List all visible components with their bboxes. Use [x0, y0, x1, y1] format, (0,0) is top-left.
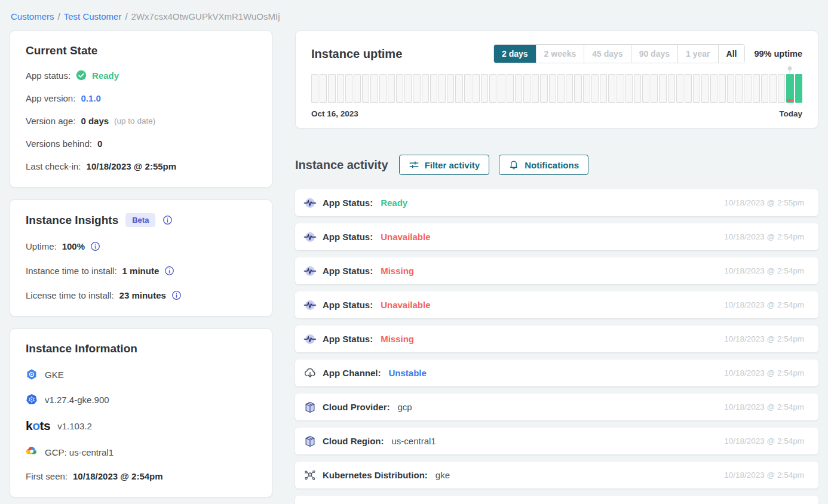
- hover-marker-dot: [787, 66, 792, 70]
- uptime-bar-up-with-downtime: [786, 74, 793, 103]
- filter-activity-button[interactable]: Filter activity: [399, 155, 490, 175]
- gke-icon: [26, 368, 38, 380]
- kubernetes-distribution-icon: [303, 469, 317, 482]
- license-tti-label: License time to install:: [26, 290, 114, 300]
- range-button-45-days[interactable]: 45 days: [584, 45, 630, 63]
- range-button-1-year[interactable]: 1 year: [677, 45, 717, 63]
- activity-row: App Channel:Unstable10/18/2023 @ 2:54pm: [295, 359, 818, 386]
- check-circle-icon: [76, 70, 87, 81]
- activity-row: App Status:Ready10/18/2023 @ 2:55pm: [295, 189, 818, 216]
- breadcrumb-customer-link[interactable]: Test Customer: [64, 11, 122, 21]
- version-age-row: Version age: 0 days (up to date): [26, 116, 256, 126]
- uptime-bar-no-data: [455, 74, 462, 103]
- uptime-range-group: 2 days 2 weeks 45 days 90 days 1 year Al…: [493, 44, 745, 63]
- kots-version-text: v1.103.2: [57, 421, 92, 431]
- versions-behind-label: Versions behind:: [26, 139, 92, 149]
- range-button-90-days[interactable]: 90 days: [631, 45, 677, 63]
- activity-value: Unavailable: [381, 300, 430, 310]
- info-icon[interactable]: [171, 290, 182, 300]
- uptime-bar-no-data: [693, 74, 700, 103]
- current-state-card: Current State App status: Ready App vers…: [10, 30, 272, 188]
- kots-version-item: kots v1.103.2: [26, 419, 256, 433]
- range-button-2-weeks[interactable]: 2 weeks: [536, 45, 584, 63]
- activity-row: App Status:Unavailable10/18/2023 @ 2:54p…: [295, 291, 818, 318]
- instance-uptime-title: Instance uptime: [311, 47, 493, 61]
- info-icon[interactable]: [164, 266, 174, 276]
- activity-row: App Status:Missing10/18/2023 @ 2:54pm: [295, 257, 818, 284]
- uptime-bar-no-data: [600, 74, 607, 103]
- uptime-bar-no-data: [583, 74, 590, 103]
- range-button-all[interactable]: All: [718, 45, 745, 63]
- activity-label: App Status:: [323, 198, 373, 208]
- app-version-link[interactable]: 0.1.0: [81, 93, 100, 103]
- activity-label: Cloud Provider:: [323, 402, 390, 412]
- last-checkin-row: Last check-in: 10/18/2023 @ 2:55pm: [26, 161, 256, 171]
- instance-insights-card: Instance Insights Beta Uptime: 100% Inst…: [10, 199, 272, 316]
- uptime-bar-no-data: [523, 74, 530, 103]
- distribution-item: GKE: [26, 368, 256, 380]
- instance-activity-header: Instance activity Filter activity Notifi…: [295, 155, 818, 175]
- uptime-bar-no-data: [591, 74, 599, 103]
- downtime-segment: [787, 99, 793, 102]
- uptime-bar-no-data: [769, 74, 777, 103]
- first-seen-label: First seen:: [26, 471, 68, 481]
- uptime-label: Uptime:: [26, 241, 57, 251]
- uptime-bar-no-data: [761, 74, 768, 103]
- uptime-bar-no-data: [473, 74, 480, 103]
- activity-row: App Status:Missing10/18/2023 @ 2:54pm: [295, 325, 818, 352]
- license-tti-row: License time to install: 23 minutes: [26, 290, 256, 300]
- uptime-bar-no-data: [489, 74, 496, 103]
- uptime-bar-no-data: [320, 74, 327, 103]
- version-age-value: 0 days: [81, 116, 109, 126]
- instance-activity-title: Instance activity: [295, 158, 388, 172]
- instance-tti-label: Instance time to install:: [26, 266, 117, 276]
- uptime-bar-no-data: [778, 74, 785, 103]
- info-icon[interactable]: [162, 215, 173, 225]
- uptime-bar-no-data: [744, 74, 751, 103]
- uptime-bar-no-data: [753, 74, 760, 103]
- uptime-bar-no-data: [413, 74, 420, 103]
- activity-label: Kubernetes Distribution:: [323, 470, 428, 480]
- bell-icon: [508, 159, 519, 170]
- activity-timestamp: 10/18/2023 @ 2:54pm: [724, 437, 804, 445]
- uptime-bar-no-data: [498, 74, 505, 103]
- cloud-region-text: GCP: us-central1: [45, 447, 114, 457]
- cloud-region-item: GCP: us-central1: [26, 446, 256, 458]
- info-icon[interactable]: [90, 241, 100, 251]
- uptime-bar-no-data: [701, 74, 709, 103]
- uptime-chart[interactable]: Oct 16, 2023 Today: [311, 74, 802, 118]
- activity-timestamp: 10/18/2023 @ 2:54pm: [724, 402, 804, 411]
- uptime-value: 100%: [62, 241, 85, 251]
- kubernetes-version-item: v1.27.4-gke.900: [26, 394, 256, 405]
- activity-label: App Status:: [323, 266, 373, 276]
- range-button-2-days[interactable]: 2 days: [494, 45, 536, 63]
- activity-label: App Status:: [323, 334, 373, 344]
- uptime-bar-no-data: [379, 74, 387, 103]
- app-status-row: App status: Ready: [26, 70, 256, 81]
- activity-timestamp: 10/18/2023 @ 2:54pm: [724, 368, 804, 377]
- uptime-bar-no-data: [642, 74, 649, 103]
- app-version-label: App version:: [26, 93, 75, 103]
- activity-value: Missing: [381, 266, 414, 276]
- app-status-label: App status:: [26, 70, 70, 81]
- beta-badge: Beta: [125, 213, 155, 227]
- activity-label: Cloud Region:: [323, 436, 384, 446]
- activity-row-partial: [295, 496, 818, 504]
- pulse-icon: [303, 299, 317, 312]
- uptime-bar-no-data: [625, 74, 633, 103]
- instance-tti-value: 1 minute: [122, 266, 160, 276]
- uptime-bar-no-data: [557, 74, 565, 103]
- uptime-row: Uptime: 100%: [26, 241, 256, 251]
- activity-timestamp: 10/18/2023 @ 2:54pm: [724, 266, 804, 275]
- notifications-button[interactable]: Notifications: [499, 155, 588, 175]
- first-seen-row: First seen: 10/18/2023 @ 2:54pm: [26, 471, 256, 481]
- uptime-bar-no-data: [447, 74, 454, 103]
- breadcrumb-customers-link[interactable]: Customers: [11, 11, 54, 21]
- uptime-bar-no-data: [608, 74, 615, 103]
- uptime-bar-no-data: [337, 74, 344, 103]
- activity-row: Cloud Provider:gcp10/18/2023 @ 2:54pm: [295, 394, 818, 420]
- uptime-bar-no-data: [634, 74, 641, 103]
- uptime-bar-no-data: [354, 74, 361, 103]
- breadcrumb: Customers/Test Customer/2Wx7csx4OtwGUPkV…: [10, 0, 818, 30]
- left-column: Current State App status: Ready App vers…: [10, 30, 272, 504]
